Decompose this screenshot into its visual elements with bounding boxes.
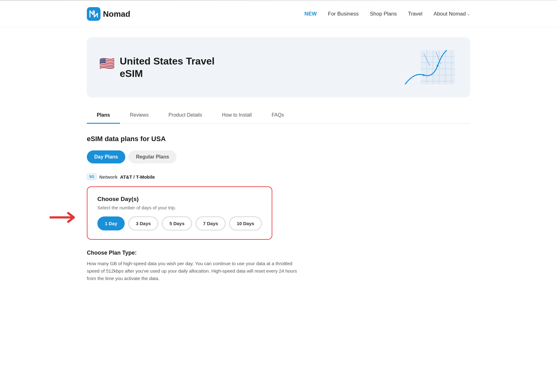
plan-type-section: Choose Plan Type: How many GB of high-sp… [87, 250, 304, 282]
5g-badge: 5G [87, 173, 97, 180]
header: Nomad NEW For Business Shop Plans Travel… [0, 1, 557, 27]
day-btn-10days[interactable]: 10 Days [229, 216, 262, 230]
plan-toggle: Day Plans Regular Plans [87, 150, 470, 163]
logo-text: Nomad [103, 9, 130, 19]
logo[interactable]: Nomad [87, 7, 130, 21]
nav-item-for-business[interactable]: For Business [328, 11, 359, 17]
svg-point-14 [423, 74, 425, 76]
nomad-logo-icon [87, 7, 100, 21]
choose-days-box: Choose Day(s) Select the number of days … [87, 186, 272, 240]
tab-faqs[interactable]: FAQs [262, 107, 294, 124]
choose-days-subtitle: Select the number of days of your trip. [97, 205, 262, 210]
day-btn-5days[interactable]: 5 Days [162, 216, 192, 230]
hero-left: 🇺🇸 United States Travel eSIM [99, 55, 215, 80]
red-arrow-svg [50, 212, 81, 223]
us-flag-icon: 🇺🇸 [99, 56, 115, 71]
hero-title: United States Travel eSIM [120, 55, 215, 80]
nav-item-about-nomad[interactable]: About Nomad ⌄ [434, 11, 470, 17]
nav-item-shop-plans[interactable]: Shop Plans [370, 11, 397, 17]
hero-banner: 🇺🇸 United States Travel eSIM [87, 37, 470, 97]
day-options: 1 Day 3 Days 5 Days 7 Days 10 Days [97, 216, 262, 230]
city-illustration [396, 47, 458, 87]
regular-plans-button[interactable]: Regular Plans [128, 150, 176, 163]
tab-how-to-install[interactable]: How to Install [212, 107, 262, 124]
nav-item-travel[interactable]: Travel [408, 11, 422, 17]
network-label: Network [99, 174, 118, 180]
choose-days-title: Choose Day(s) [97, 196, 262, 203]
network-info: 5G Network AT&T / T-Mobile [87, 173, 470, 180]
day-btn-3days[interactable]: 3 Days [128, 216, 158, 230]
day-btn-1day[interactable]: 1 Day [97, 216, 125, 230]
section-title: eSIM data plans for USA [87, 135, 470, 143]
red-arrow-indicator [50, 212, 81, 224]
plan-type-description: How many GB of high-speed data you wish … [87, 260, 304, 282]
main-nav: NEW For Business Shop Plans Travel About… [305, 11, 470, 17]
plan-type-title: Choose Plan Type: [87, 250, 304, 256]
hero-illustration [396, 47, 458, 87]
day-plans-button[interactable]: Day Plans [87, 150, 125, 163]
day-btn-7days[interactable]: 7 Days [196, 216, 225, 230]
chevron-down-icon: ⌄ [467, 12, 470, 16]
tab-bar: Plans Reviews Product Details How to Ins… [87, 107, 470, 124]
main-content: 🇺🇸 United States Travel eSIM [0, 37, 557, 282]
tab-plans[interactable]: Plans [87, 107, 120, 124]
network-value: AT&T / T-Mobile [120, 174, 155, 180]
svg-rect-0 [87, 7, 100, 21]
nav-new-badge[interactable]: NEW [305, 11, 317, 17]
tab-reviews[interactable]: Reviews [120, 107, 158, 124]
choose-days-container: Choose Day(s) Select the number of days … [87, 186, 470, 250]
tab-product-details[interactable]: Product Details [158, 107, 212, 124]
svg-point-15 [437, 65, 439, 67]
